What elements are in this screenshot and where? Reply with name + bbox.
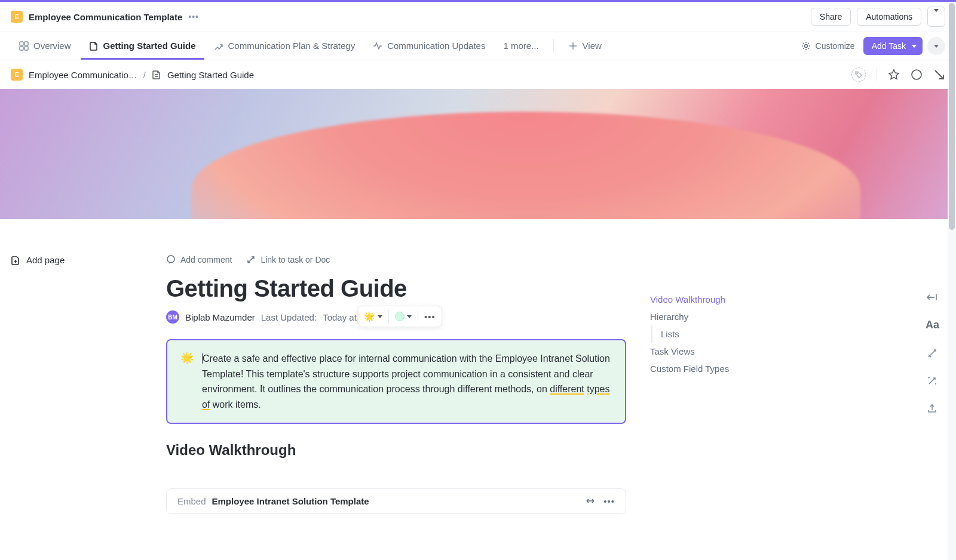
svg-rect-1	[24, 42, 28, 45]
left-sidebar: Add page	[11, 219, 166, 514]
breadcrumb-current[interactable]: Getting Started Guide	[167, 70, 254, 80]
embed-block[interactable]: Embed Employee Intranet Solution Templat…	[166, 488, 626, 514]
add-comment-button[interactable]: Add comment	[166, 255, 232, 264]
author-avatar[interactable]: BM	[166, 310, 179, 324]
svg-point-5	[857, 73, 858, 74]
tab-plan-strategy[interactable]: Communication Plan & Strategy	[206, 32, 364, 60]
scrollbar-thumb[interactable]	[949, 3, 955, 230]
callout-text[interactable]: Create a safe and effective place for in…	[202, 351, 612, 412]
tab-plan-strategy-label: Communication Plan & Strategy	[228, 41, 356, 51]
link-task-button[interactable]: Link to task or Doc	[246, 255, 330, 264]
breadcrumb-space-badge[interactable]: E	[11, 69, 23, 81]
callout-underline-1: different	[550, 384, 584, 394]
collapse-outline-button[interactable]	[926, 293, 939, 302]
doc-meta-row: BM Biplab Mazumder Last Updated: Today a…	[166, 310, 626, 324]
breadcrumb-separator: /	[143, 70, 146, 80]
author-name[interactable]: Biplab Mazumder	[185, 312, 255, 322]
chevron-down-icon	[934, 9, 939, 21]
callout-emoji-icon[interactable]: 🌟	[180, 351, 194, 412]
expand-icon[interactable]	[586, 496, 595, 506]
add-tag-button[interactable]	[851, 67, 866, 82]
svg-point-4	[804, 45, 807, 48]
toc-item-task-views[interactable]: Task Views	[650, 343, 793, 360]
more-icon: •••	[424, 312, 436, 322]
cover-hill-shape	[191, 112, 860, 219]
block-toolbar: 🌟 •••	[357, 306, 442, 327]
activity-icon	[373, 41, 382, 51]
add-view-button[interactable]: View	[560, 32, 610, 60]
svg-rect-3	[24, 47, 28, 50]
doc-actions-row: Add comment Link to task or Doc	[166, 255, 626, 264]
callout-block[interactable]: 🌟 Create a safe and effective place for …	[166, 339, 626, 424]
cover-image[interactable]	[0, 89, 956, 219]
customize-button[interactable]: Customize	[794, 41, 862, 51]
comment-icon	[166, 255, 176, 264]
tab-getting-started-label: Getting Started Guide	[103, 41, 196, 51]
space-title[interactable]: Employee Communication Template	[29, 12, 182, 22]
toolbar-divider	[418, 310, 418, 323]
page-title[interactable]: Getting Started Guide	[166, 275, 626, 302]
favorite-button[interactable]	[888, 69, 900, 81]
gear-icon	[801, 41, 811, 51]
embed-label: Embed	[177, 496, 206, 506]
chevron-down-icon	[378, 315, 382, 318]
breadcrumb-divider	[877, 68, 877, 81]
tab-updates[interactable]: Communication Updates	[364, 32, 494, 60]
toolbar-more-button[interactable]: •••	[421, 309, 439, 324]
embed-more-icon[interactable]: •••	[603, 496, 615, 506]
add-page-button[interactable]: Add page	[11, 255, 166, 265]
toolbar-color-button[interactable]	[391, 309, 415, 324]
automations-button[interactable]: Automations	[857, 8, 921, 26]
toc-item-hierarchy[interactable]: Hierarchy	[650, 308, 793, 325]
overview-icon	[19, 41, 29, 51]
toc-item-video[interactable]: Video Walkthrough	[650, 291, 793, 308]
share-export-button[interactable]	[926, 403, 939, 414]
download-button[interactable]	[933, 69, 945, 81]
strategy-icon	[214, 41, 223, 51]
tab-overview[interactable]: Overview	[11, 32, 79, 60]
tab-getting-started[interactable]: Getting Started Guide	[81, 32, 204, 60]
toc-item-custom-fields[interactable]: Custom Field Types	[650, 360, 793, 377]
header-bar: E Employee Communication Template ••• Sh…	[0, 2, 956, 32]
more-actions-button[interactable]	[927, 37, 945, 55]
scrollbar[interactable]	[948, 2, 956, 514]
document-main: Add comment Link to task or Doc Getting …	[166, 219, 626, 514]
add-comment-label: Add comment	[180, 255, 232, 264]
callout-text-a: Create a safe and effective place for in…	[202, 353, 610, 394]
last-updated-label: Last Updated:	[261, 312, 317, 322]
typography-button[interactable]: Aa	[926, 319, 939, 331]
link-task-label: Link to task or Doc	[261, 255, 330, 264]
doc-icon	[89, 41, 99, 51]
add-task-label: Add Task	[872, 41, 906, 51]
comments-button[interactable]	[911, 69, 923, 81]
add-task-button[interactable]: Add Task	[863, 37, 923, 55]
add-page-label: Add page	[26, 255, 65, 265]
space-badge[interactable]: E	[11, 11, 23, 23]
sparkle-icon: 🌟	[364, 311, 375, 322]
color-swatch-icon	[395, 312, 405, 321]
tab-more-label: 1 more...	[503, 41, 538, 51]
svg-rect-0	[20, 42, 23, 45]
callout-text-b: work items.	[210, 399, 261, 410]
toolbar-divider	[388, 310, 389, 323]
link-icon	[246, 255, 256, 264]
toolbar-emoji-button[interactable]: 🌟	[360, 309, 386, 324]
heading-video-walkthrough[interactable]: Video Walkthrough	[166, 442, 626, 459]
breadcrumb: E Employee Communicatio… / Getting Start…	[0, 60, 956, 89]
magic-wand-button[interactable]	[926, 376, 939, 386]
more-options-icon[interactable]: •••	[188, 12, 199, 21]
automations-dropdown-button[interactable]	[927, 7, 945, 27]
toc-item-lists[interactable]: Lists	[661, 325, 793, 343]
tab-more[interactable]: 1 more...	[495, 32, 547, 60]
svg-point-6	[912, 70, 921, 79]
view-label: View	[583, 41, 602, 51]
tab-updates-label: Communication Updates	[387, 41, 485, 51]
ai-button[interactable]	[926, 348, 939, 359]
customize-label: Customize	[816, 41, 855, 51]
side-tools: Aa	[926, 293, 939, 414]
table-of-contents: Video Walkthrough Hierarchy Lists Task V…	[626, 219, 793, 514]
share-button[interactable]: Share	[811, 8, 851, 26]
plus-icon	[568, 41, 578, 51]
breadcrumb-parent[interactable]: Employee Communicatio…	[29, 70, 137, 80]
content-area: Add page Add comment Link to task or Doc…	[0, 219, 956, 514]
